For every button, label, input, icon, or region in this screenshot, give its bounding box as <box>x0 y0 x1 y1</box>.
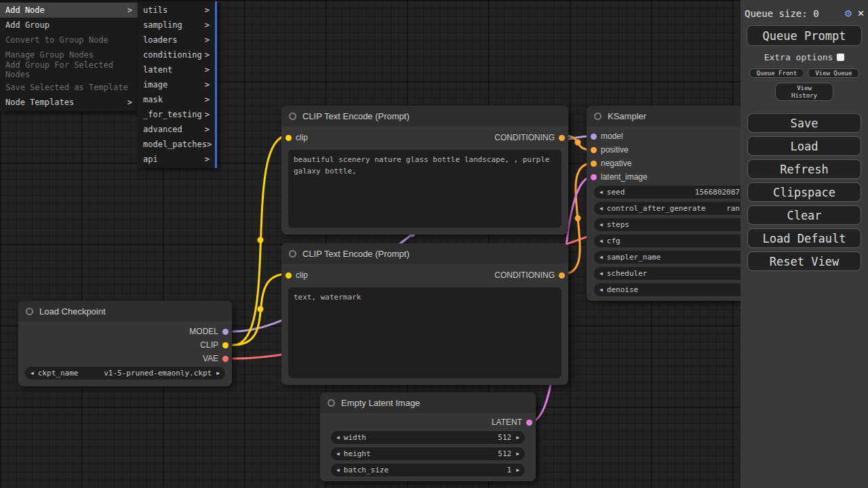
decrement-arrow-icon[interactable]: ◀ <box>336 434 340 441</box>
node-clip-text-encode-1[interactable]: CLIP Text Encode (Prompt) clip CONDITION… <box>281 106 568 235</box>
reset-view-button[interactable]: Reset View <box>747 251 861 271</box>
decrement-arrow-icon[interactable]: ◀ <box>599 205 603 211</box>
clear-button[interactable]: Clear <box>747 205 861 225</box>
clip-slot-dot[interactable] <box>285 272 292 279</box>
extra-options-checkbox[interactable] <box>837 54 844 61</box>
submenu-item-sampling[interactable]: sampling > <box>138 18 215 33</box>
view-queue-button[interactable]: View Queue <box>808 68 859 78</box>
widget-cfg[interactable]: ◀ cfg <box>594 235 750 247</box>
submenu-item-mask[interactable]: mask > <box>138 92 215 107</box>
output-slot-model[interactable]: MODEL <box>189 325 232 338</box>
submenu-item-api[interactable]: api > <box>138 152 215 167</box>
widget-control-after-generate[interactable]: ◀ control_after_generate ran <box>594 202 750 215</box>
node-empty-latent-image[interactable]: Empty Latent Image LATENT ◀ width 512 ▶ … <box>320 392 536 481</box>
widget-scheduler[interactable]: ◀ scheduler <box>594 267 750 280</box>
menu-item-label: image <box>143 80 167 89</box>
input-slot-clip[interactable]: clip <box>281 133 308 142</box>
prompt-textarea[interactable]: text, watermark <box>288 287 561 378</box>
save-button[interactable]: Save <box>747 113 861 133</box>
collapse-dot-icon[interactable] <box>594 113 601 120</box>
increment-arrow-icon[interactable]: ▶ <box>516 434 519 441</box>
decrement-arrow-icon[interactable]: ◀ <box>599 238 603 244</box>
conditioning-slot-dot[interactable] <box>559 272 565 279</box>
vae-slot-dot[interactable] <box>222 356 229 362</box>
menu-item-node-templates[interactable]: Node Templates > <box>0 95 138 110</box>
menu-item-add-group[interactable]: Add Group <box>0 18 138 33</box>
output-slot-clip[interactable]: CLIP <box>200 338 232 352</box>
submenu-item-model-patches[interactable]: model_patches > <box>138 137 215 152</box>
node-load-checkpoint[interactable]: Load Checkpoint MODEL CLIP VAE ◀ ckpt_na… <box>18 301 232 386</box>
decrement-arrow-icon[interactable]: ◀ <box>599 254 603 260</box>
clip-slot-dot[interactable] <box>285 135 292 141</box>
conditioning-slot-dot[interactable] <box>591 147 597 153</box>
collapse-dot-icon[interactable] <box>289 113 296 120</box>
input-slot-model[interactable]: model <box>587 129 756 143</box>
submenu-arrow-icon: > <box>127 98 132 107</box>
collapse-dot-icon[interactable] <box>328 399 335 407</box>
submenu-item-conditioning[interactable]: conditioning > <box>138 47 215 62</box>
decrement-arrow-icon[interactable]: ◀ <box>599 222 603 228</box>
link-midpoint-dot <box>575 216 581 222</box>
output-slot-latent[interactable]: LATENT <box>492 415 536 429</box>
next-option-arrow-icon[interactable]: ▶ <box>216 370 220 376</box>
submenu-item-utils[interactable]: utils > <box>138 3 215 18</box>
increment-arrow-icon[interactable]: ▶ <box>516 451 519 457</box>
model-slot-dot[interactable] <box>222 329 229 335</box>
queue-prompt-button[interactable]: Queue Prompt <box>747 25 862 46</box>
submenu-item-advanced[interactable]: advanced > <box>138 122 215 137</box>
submenu-item-for-testing[interactable]: _for_testing > <box>138 107 215 122</box>
output-slot-conditioning[interactable]: CONDITIONING <box>494 270 568 280</box>
decrement-arrow-icon[interactable]: ◀ <box>336 467 340 473</box>
node-title-bar[interactable]: Empty Latent Image <box>320 392 536 413</box>
node-clip-text-encode-2[interactable]: CLIP Text Encode (Prompt) clip CONDITION… <box>281 243 568 385</box>
prev-option-arrow-icon[interactable]: ◀ <box>31 370 34 376</box>
clipspace-button[interactable]: Clipspace <box>747 182 861 202</box>
output-slot-conditioning[interactable]: CONDITIONING <box>494 133 568 142</box>
load-default-button[interactable]: Load Default <box>747 228 861 248</box>
widget-batch-size[interactable]: ◀ batch_size 1 ▶ <box>331 464 525 476</box>
node-title-bar[interactable]: KSampler <box>587 106 756 126</box>
prompt-textarea[interactable]: beautiful scenery nature glass bottle la… <box>288 150 561 228</box>
submenu-item-loaders[interactable]: loaders > <box>138 33 215 47</box>
widget-steps[interactable]: ◀ steps <box>594 218 750 231</box>
output-slot-vae[interactable]: VAE <box>203 352 232 365</box>
load-button[interactable]: Load <box>747 136 861 156</box>
input-slot-latent-image[interactable]: latent_image <box>587 170 756 184</box>
conditioning-slot-dot[interactable] <box>591 161 597 167</box>
input-slot-clip[interactable]: clip <box>281 270 308 280</box>
widget-ckpt-name[interactable]: ◀ ckpt_name v1-5-pruned-emaonly.ckpt ▶ <box>25 367 225 380</box>
menu-item-add-node[interactable]: Add Node > <box>0 3 138 18</box>
input-slot-positive[interactable]: positive <box>587 143 756 157</box>
collapse-dot-icon[interactable] <box>26 308 33 315</box>
collapse-dot-icon[interactable] <box>289 250 296 258</box>
menu-item-save-selected-as-template: Save Selected as Template <box>0 80 138 95</box>
latent-slot-dot[interactable] <box>591 174 597 180</box>
refresh-button[interactable]: Refresh <box>747 159 861 179</box>
graph-canvas[interactable]: CLIP Text Encode (Prompt) clip CONDITION… <box>0 0 868 488</box>
decrement-arrow-icon[interactable]: ◀ <box>599 189 603 195</box>
node-title-bar[interactable]: CLIP Text Encode (Prompt) <box>281 243 568 264</box>
node-title-bar[interactable]: CLIP Text Encode (Prompt) <box>281 106 568 126</box>
model-slot-dot[interactable] <box>591 134 597 140</box>
latent-slot-dot[interactable] <box>526 420 532 426</box>
widget-denoise[interactable]: ◀ denoise <box>594 283 750 296</box>
decrement-arrow-icon[interactable]: ◀ <box>336 451 340 457</box>
decrement-arrow-icon[interactable]: ◀ <box>599 270 603 277</box>
submenu-item-image[interactable]: image > <box>138 77 215 92</box>
queue-front-button[interactable]: Queue Front <box>749 68 805 78</box>
settings-gear-icon[interactable]: ⚙ <box>845 7 852 19</box>
widget-height[interactable]: ◀ height 512 ▶ <box>331 447 525 460</box>
submenu-item-latent[interactable]: latent > <box>138 62 215 77</box>
widget-width[interactable]: ◀ width 512 ▶ <box>331 431 525 444</box>
view-history-button[interactable]: View History <box>775 83 833 101</box>
input-slot-negative[interactable]: negative <box>587 157 756 170</box>
node-title-bar[interactable]: Load Checkpoint <box>18 301 232 321</box>
node-ksampler[interactable]: KSampler model positive negative latent_… <box>587 106 756 301</box>
conditioning-slot-dot[interactable] <box>559 135 565 141</box>
widget-sampler-name[interactable]: ◀ sampler_name <box>594 251 750 264</box>
widget-seed[interactable]: ◀ seed 1566802087 <box>594 186 750 199</box>
increment-arrow-icon[interactable]: ▶ <box>516 467 519 473</box>
clip-slot-dot[interactable] <box>222 342 229 348</box>
close-icon[interactable]: ✕ <box>858 8 864 18</box>
decrement-arrow-icon[interactable]: ◀ <box>599 287 603 293</box>
